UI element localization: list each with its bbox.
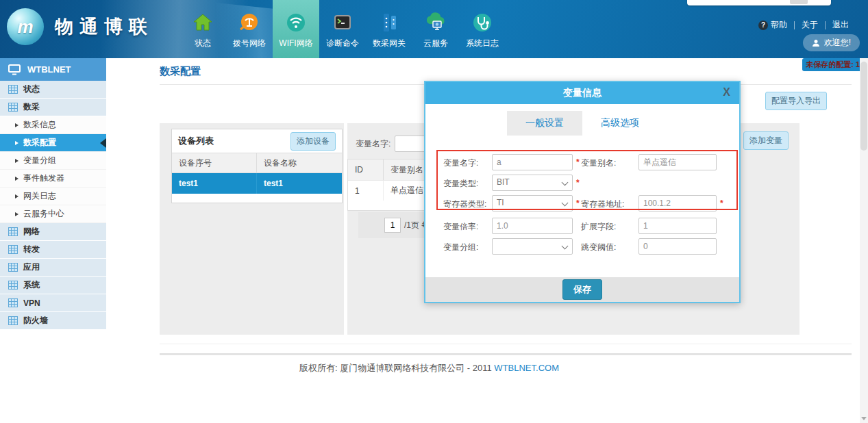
top-header: m 物通博联 状态 拨号网络 WIFI网络 [0, 0, 868, 58]
popup-button-fragment [790, 0, 808, 4]
nav-system-log[interactable]: 系统日志 [459, 0, 506, 58]
brand-logo: m 物通博联 [7, 8, 153, 45]
divider [160, 344, 852, 344]
nav-diagnostic-command[interactable]: 诊断命令 [319, 0, 366, 58]
sidebar-item-label: 变量分组 [23, 155, 56, 166]
nav-cloud-service[interactable]: 云服务 [412, 0, 459, 58]
copyright-text: 版权所有: 厦门物通博联网络科技有限公司 - 2011 [299, 363, 492, 373]
nav-label: 拨号网络 [233, 38, 266, 49]
terminal-icon [332, 10, 354, 35]
sidebar-item-cloud-center[interactable]: 云服务中心 [0, 205, 106, 223]
cloud-icon [424, 10, 447, 35]
vertical-scrollbar[interactable] [860, 58, 868, 423]
triangle-icon [15, 159, 18, 163]
sidebar-item-label: 云服务中心 [23, 208, 64, 220]
sidebar-item-gateway-log[interactable]: 网关日志 [0, 188, 106, 205]
page-number-input[interactable] [384, 218, 401, 233]
footer-link[interactable]: WTBLNET.COM [494, 363, 559, 373]
monitor-icon [8, 64, 21, 75]
header-links: ? 帮助 关于 退出 [758, 19, 849, 31]
sidebar-item-data-info[interactable]: 数采信息 [0, 116, 106, 134]
top-nav: 状态 拨号网络 WIFI网络 诊断命令 [179, 0, 506, 58]
modal-title: 变量信息 [563, 87, 602, 99]
empty-row [172, 194, 342, 203]
nav-label: 诊断命令 [326, 38, 359, 49]
grid-icon [8, 263, 18, 272]
variable-group-select[interactable] [492, 238, 573, 255]
variable-ratio-input[interactable] [492, 218, 573, 234]
triangle-icon [15, 194, 18, 198]
grid-icon [8, 316, 18, 325]
variable-group-label: 变量分组: [443, 242, 478, 253]
device-table-row[interactable]: test1 test1 [172, 173, 342, 194]
extended-field-label: 扩展字段: [581, 221, 616, 233]
sidebar-item-data-acquisition[interactable]: 数采 [0, 99, 106, 116]
welcome-user-button[interactable]: 欢迎您! [803, 34, 860, 51]
sidebar-item-system[interactable]: 系统 [0, 277, 106, 294]
id-column-header: ID [348, 159, 384, 180]
grid-icon [8, 227, 18, 236]
about-link[interactable]: 关于 [802, 19, 818, 31]
sidebar-item-event-trigger[interactable]: 事件触发器 [0, 170, 106, 188]
sidebar-item-vpn[interactable]: VPN [0, 294, 106, 312]
unsaved-config-badge: 未保存的配置: 1 [802, 58, 863, 71]
sidebar-item-data-config[interactable]: 数采配置 [0, 134, 106, 152]
sidebar-item-label: 状态 [23, 84, 40, 95]
sidebar-title: WTBLNET [27, 64, 71, 75]
form-row: 变量分组: 跳变阈值: [425, 236, 739, 257]
jump-threshold-input[interactable] [638, 238, 717, 255]
gateway-icon [378, 10, 400, 35]
brand-name: 物通博联 [55, 14, 153, 39]
help-link[interactable]: 帮助 [771, 19, 787, 31]
variable-id-cell: 1 [348, 181, 384, 201]
divider [160, 353, 852, 355]
sidebar-item-label: 转发 [23, 244, 40, 255]
stethoscope-icon [471, 10, 493, 35]
grid-icon [8, 298, 18, 307]
sidebar-item-label: VPN [23, 298, 40, 308]
active-arrow-icon [100, 138, 106, 148]
sidebar-item-forwarding[interactable]: 转发 [0, 241, 106, 259]
modal-footer: 保存 [425, 277, 739, 302]
device-table-header: 设备序号 设备名称 [172, 153, 342, 173]
scroll-down-arrow[interactable] [860, 413, 868, 423]
help-icon: ? [758, 21, 768, 30]
sidebar-item-label: 事件触发器 [23, 172, 64, 184]
home-icon [192, 10, 214, 35]
device-serial-column-header: 设备序号 [172, 153, 257, 172]
grid-icon [8, 245, 18, 254]
nav-status[interactable]: 状态 [179, 0, 226, 58]
add-variable-button[interactable]: 添加变量 [743, 131, 789, 150]
nav-dial-network[interactable]: 拨号网络 [226, 0, 273, 58]
user-icon [812, 39, 820, 47]
save-button[interactable]: 保存 [562, 279, 602, 300]
sidebar-item-label: 网关日志 [23, 190, 56, 202]
sidebar-item-variable-group[interactable]: 变量分组 [0, 152, 106, 170]
close-icon[interactable]: X [723, 86, 730, 99]
device-serial-cell: test1 [172, 173, 257, 194]
nav-wifi-network[interactable]: WIFI网络 [273, 0, 319, 58]
device-panel-title: 设备列表 [178, 135, 214, 147]
sidebar-item-application[interactable]: 应用 [0, 259, 106, 277]
separator [794, 21, 795, 29]
triangle-icon [15, 141, 18, 145]
sidebar-item-status[interactable]: 状态 [0, 81, 106, 99]
scrollbar-thumb[interactable] [860, 62, 867, 151]
logout-link[interactable]: 退出 [832, 19, 849, 31]
page-title: 数采配置 [160, 65, 201, 78]
extended-field-input[interactable] [638, 218, 717, 234]
triangle-icon [15, 212, 18, 216]
nav-data-gateway[interactable]: 数采网关 [366, 0, 412, 58]
sidebar-item-label: 数采 [23, 101, 40, 113]
grid-icon [8, 85, 18, 94]
add-device-button[interactable]: 添加设备 [290, 132, 336, 151]
sidebar-item-firewall[interactable]: 防火墙 [0, 312, 106, 330]
sidebar-item-network[interactable]: 网络 [0, 223, 106, 241]
config-import-export-button[interactable]: 配置导入导出 [765, 92, 827, 110]
tab-general-settings[interactable]: 一般设置 [507, 111, 582, 136]
device-list-panel: 设备列表 添加设备 设备序号 设备名称 test1 test1 [171, 129, 343, 203]
app-root: m 物通博联 状态 拨号网络 WIFI网络 [0, 0, 868, 423]
tab-advanced-options[interactable]: 高级选项 [582, 111, 658, 136]
chevron-down-icon [562, 243, 569, 250]
grid-icon [8, 103, 18, 112]
